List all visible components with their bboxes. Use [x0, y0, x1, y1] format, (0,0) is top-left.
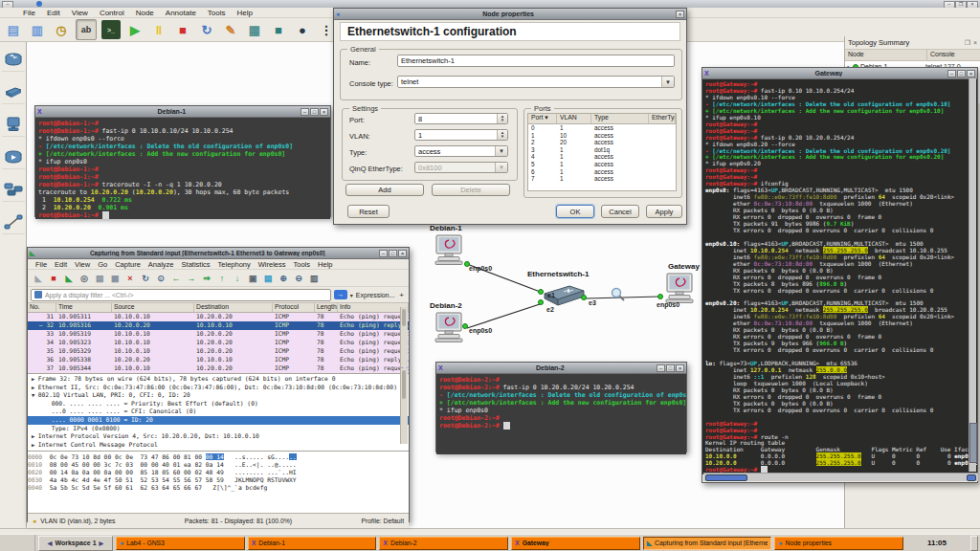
rectangle-icon[interactable]: ■: [269, 20, 288, 39]
ellipse-icon[interactable]: ●: [293, 20, 312, 39]
ports-table-headers[interactable]: Port ▾VLANTypeEtherType: [528, 114, 676, 124]
auto-scroll-icon[interactable]: ▣: [246, 272, 259, 285]
gns3-menu-file[interactable]: File: [17, 9, 41, 17]
first-packet-icon[interactable]: ↑: [215, 272, 229, 285]
detail-line[interactable]: ▶ Frame 32: 78 bytes on wire (624 bits),…: [28, 375, 409, 384]
note-icon[interactable]: ✎: [221, 20, 240, 39]
node-gateway[interactable]: [663, 273, 696, 303]
packet-row[interactable]: 3110.90531110.10.0.1010.20.0.20ICMP78Ech…: [28, 313, 409, 321]
close-button[interactable]: ×: [676, 364, 684, 372]
gns3-menu-edit[interactable]: Edit: [41, 9, 66, 17]
dock-column-headers[interactable]: Node Console: [845, 50, 980, 61]
wireshark-menu-tools[interactable]: Tools: [290, 260, 315, 269]
go-back-icon[interactable]: ←: [169, 272, 183, 285]
ports-table-row[interactable]: 01access: [528, 124, 676, 132]
taskbar-button-lab4-gns3[interactable]: ●Lab4 - GNS3: [116, 537, 245, 550]
go-forward-icon[interactable]: →: [185, 272, 198, 285]
reload-icon[interactable]: ↻: [197, 20, 216, 39]
close-button[interactable]: ×: [676, 11, 684, 18]
last-packet-icon[interactable]: ↓: [231, 272, 244, 285]
ports-table-row[interactable]: 51access: [528, 161, 676, 168]
security-devices-icon[interactable]: [2, 145, 25, 169]
detail-line[interactable]: 000. .... .... .... = Priority: Best Eff…: [28, 400, 409, 408]
gateway-titlebar[interactable]: X Gateway – □ ×: [702, 68, 977, 79]
suspend-icon[interactable]: ‖: [149, 20, 168, 39]
ports-column-ethertype[interactable]: EtherType: [649, 114, 676, 123]
detail-line[interactable]: ▶ Internet Control Message Protocol: [28, 441, 409, 450]
terminal-horizontal-scrollbar[interactable]: [703, 473, 978, 481]
node-debian1[interactable]: [433, 234, 465, 265]
terminal-output[interactable]: root@Debian-1:~#root@Debian-1:~# fast-ip…: [35, 118, 330, 219]
capture-magnifier-icon[interactable]: [611, 287, 626, 302]
gns3-menu-node[interactable]: Node: [130, 9, 160, 17]
column-source[interactable]: Source: [112, 303, 194, 312]
vlan-spinner[interactable]: 1 ▲▼: [414, 129, 508, 141]
dock-close-icon[interactable]: ×: [973, 39, 977, 46]
gns3-menu-tools[interactable]: Tools: [202, 9, 232, 17]
taskbar-button-debian-1[interactable]: XDebian-1: [248, 537, 377, 550]
console-type-select[interactable]: telnet ▼: [397, 76, 675, 88]
ports-table[interactable]: Port ▾VLANTypeEtherType 01access110acces…: [527, 113, 677, 191]
packet-row[interactable]: 3310.90531910.10.0.1010.20.0.20ICMP78Ech…: [28, 330, 409, 339]
detail-line[interactable]: ▶ Internet Protocol Version 4, Src: 10.2…: [28, 432, 409, 441]
workspace-switcher[interactable]: ◀ Workspace 1 ▶: [38, 536, 113, 551]
packet-row[interactable]: 3510.90532910.10.0.1010.20.0.20ICMP78Ech…: [28, 347, 409, 356]
expert-info-icon[interactable]: ●: [33, 518, 36, 524]
taskbar-button-gateway[interactable]: XGateway: [511, 537, 640, 550]
capture-options-icon[interactable]: ◎: [78, 272, 91, 285]
node-debian2[interactable]: [433, 312, 465, 342]
ports-table-row[interactable]: 61access: [528, 168, 676, 176]
status-profile[interactable]: Profile: Default: [361, 518, 404, 524]
wireshark-titlebar[interactable]: ◣ Capturing from Standard input [Etherne…: [28, 248, 409, 259]
ports-column-port[interactable]: Port ▾: [528, 114, 557, 123]
ports-column-vlan[interactable]: VLAN: [557, 114, 591, 123]
packet-row[interactable]: 3410.90532310.10.0.1010.20.0.20ICMP78Ech…: [28, 339, 409, 347]
find-packet-icon[interactable]: ⊙: [154, 272, 167, 285]
packet-row[interactable]: 3710.90534410.10.0.1010.20.0.20ICMP78Ech…: [28, 364, 409, 373]
detail-line[interactable]: ▼ 802.1Q Virtual LAN, PRI: 0, CFI: 0, ID…: [28, 391, 409, 400]
display-filter-input[interactable]: Apply a display filter ... <Ctrl-/>: [31, 289, 331, 301]
add-link-icon[interactable]: [2, 210, 25, 234]
reset-button[interactable]: Reset: [347, 205, 390, 218]
dialog-titlebar[interactable]: ● Node properties ×: [334, 9, 686, 20]
ports-column-type[interactable]: Type: [591, 114, 649, 123]
open-capture-icon[interactable]: ▤: [93, 272, 106, 285]
gns3-menu-help[interactable]: Help: [232, 9, 258, 17]
close-capture-icon[interactable]: ×: [123, 272, 137, 285]
packet-bytes-pane[interactable]: 0000 0c 0e 73 10 8d 00 0c 0e 73 47 86 00…: [28, 451, 409, 513]
reload-capture-icon[interactable]: ↻: [139, 272, 152, 285]
column-info[interactable]: Info: [338, 303, 409, 312]
wireshark-menu-file[interactable]: File: [32, 260, 51, 269]
minimize-button[interactable]: –: [379, 250, 388, 257]
close-button[interactable]: ×: [967, 70, 975, 77]
hex-line[interactable]: 0010 08 00 45 00 00 3c 7c 03 00 00 40 01…: [28, 461, 409, 469]
open-project-icon[interactable]: ▥: [28, 20, 47, 39]
hex-line[interactable]: 0000 0c 0e 73 10 8d 00 0c 0e 73 47 86 00…: [28, 453, 409, 461]
colorize-icon[interactable]: ▤: [261, 272, 275, 285]
routers-icon[interactable]: [2, 48, 25, 72]
ports-table-row[interactable]: 71access: [528, 175, 676, 183]
ok-button[interactable]: OK: [556, 205, 594, 218]
end-devices-icon[interactable]: [2, 113, 25, 137]
new-project-icon[interactable]: ▤: [4, 20, 23, 39]
debian1-titlebar[interactable]: X Debian-1 – □ ×: [35, 106, 330, 118]
name-field[interactable]: Ethernetswitch-1: [397, 55, 675, 67]
maximize-button[interactable]: □: [957, 70, 966, 77]
zoom-in-icon[interactable]: ⊕: [277, 272, 290, 285]
wireshark-menu-wireless[interactable]: Wireless: [255, 260, 290, 269]
filter-bookmark-icon[interactable]: [34, 291, 42, 298]
gns3-menu-view[interactable]: View: [66, 9, 94, 17]
packet-details-pane[interactable]: ▶ Frame 32: 78 bytes on wire (624 bits),…: [28, 373, 409, 451]
restart-capture-icon[interactable]: ◣: [62, 272, 76, 285]
terminal-output[interactable]: root@Debian-2:~#root@Debian-2:~# fast-ip…: [436, 374, 686, 454]
switches-icon[interactable]: [2, 80, 25, 104]
maximize-button[interactable]: □: [666, 364, 675, 372]
zoom-out-icon[interactable]: ⊖: [292, 272, 305, 285]
column-no[interactable]: No.: [28, 303, 56, 312]
spinner-arrows-icon[interactable]: ▲▼: [497, 130, 507, 140]
stop-icon[interactable]: ■: [173, 20, 192, 39]
details-scrollbar[interactable]: [400, 368, 408, 444]
hex-line[interactable]: 0020 00 14 0a 0a 00 0a 00 00 85 18 05 60…: [28, 469, 409, 476]
wireshark-menu-capture[interactable]: Capture: [111, 260, 145, 269]
column-time[interactable]: Time: [56, 303, 112, 312]
